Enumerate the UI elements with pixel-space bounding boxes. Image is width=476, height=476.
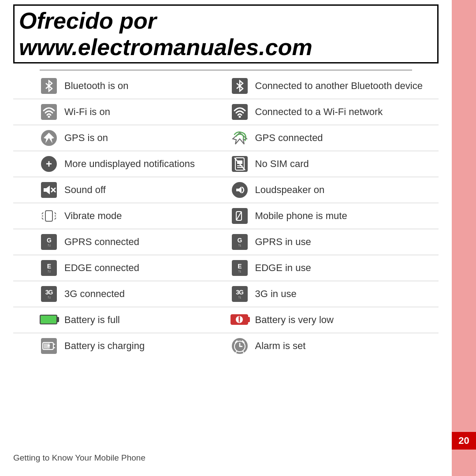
gprs-connected-icon: G ↑↓ (40, 233, 58, 251)
right-cell: Mobile phone is mute (226, 207, 439, 225)
left-cell: Vibrate mode (13, 207, 226, 225)
left-cell: 3G ↑↓ 3G connected (13, 285, 226, 303)
left-cell: G ↑↓ GPRS connected (13, 233, 226, 251)
battery-charging-icon (40, 337, 58, 355)
table-row: 3G ↑↓ 3G connected 3G ↑↓ 3G i (13, 281, 439, 307)
3g-in-use-icon: 3G ↑↓ (231, 285, 249, 303)
right-cell: G ↑↓ GPRS in use (226, 233, 439, 251)
edge-connected-label: EDGE connected (64, 262, 139, 274)
wifi-on-icon (40, 103, 58, 121)
pink-sidebar (452, 0, 476, 476)
icon-table: Bluetooth is on Connected to another Blu… (13, 73, 439, 359)
sound-off-label: Sound off (64, 184, 106, 196)
battery-full-icon (40, 311, 58, 329)
right-cell: Loudspeaker on (226, 181, 439, 199)
right-cell: No SIM card (226, 155, 439, 173)
table-row: GPS is on GPS connected (13, 125, 439, 151)
gps-on-label: GPS is on (64, 132, 108, 144)
3g-in-use-label: 3G in use (255, 288, 297, 300)
svg-line-18 (55, 218, 56, 219)
left-cell: GPS is on (13, 129, 226, 147)
bluetooth-on-label: Bluetooth is on (64, 80, 129, 92)
svg-line-6 (234, 158, 245, 170)
battery-low-label: Battery is very low (255, 314, 334, 326)
3g-connected-icon: 3G ↑↓ (40, 285, 58, 303)
table-row: Battery is charging (13, 333, 439, 359)
battery-low-icon (231, 311, 249, 329)
right-cell: GPS connected (226, 129, 439, 147)
main-content: Ofrecido por www.electromanuales.com Blu… (0, 0, 452, 476)
phone-mute-label: Mobile phone is mute (255, 210, 347, 222)
3g-connected-label: 3G connected (64, 288, 125, 300)
phone-mute-icon (231, 207, 249, 225)
edge-in-use-icon: E ↑↓ (231, 259, 249, 277)
alarm-set-icon (231, 337, 249, 355)
more-notifications-label: More undisplayed notifications (64, 158, 195, 170)
main-divider (40, 70, 412, 71)
table-row: E ↑↓ EDGE connected E ↑↓ EDGE (13, 255, 439, 281)
page-number: 20 (452, 432, 476, 450)
left-cell: Battery is charging (13, 337, 226, 355)
left-cell: Sound off (13, 181, 226, 199)
gprs-in-use-label: GPRS in use (255, 236, 311, 248)
left-cell: Battery is full (13, 311, 226, 329)
vibrate-mode-label: Vibrate mode (64, 210, 122, 222)
table-row: G ↑↓ GPRS connected G ↑↓ GPRS (13, 229, 439, 255)
left-cell: Wi-Fi is on (13, 103, 226, 121)
bluetooth-connected-icon (231, 77, 249, 95)
right-cell: Battery is very low (226, 311, 439, 329)
right-cell: Connected to a Wi-Fi network (226, 103, 439, 121)
loudspeaker-on-icon (231, 181, 249, 199)
loudspeaker-on-label: Loudspeaker on (255, 184, 325, 196)
svg-point-1 (238, 116, 241, 118)
bluetooth-connected-label: Connected to another Bluetooth device (255, 80, 423, 92)
gps-connected-label: GPS connected (255, 132, 323, 144)
wifi-on-label: Wi-Fi is on (64, 106, 110, 118)
gps-on-icon (40, 129, 58, 147)
right-cell: E ↑↓ EDGE in use (226, 259, 439, 277)
svg-line-16 (55, 212, 56, 214)
battery-charging-label: Battery is charging (64, 340, 145, 352)
wifi-connected-icon (231, 103, 249, 121)
svg-rect-12 (45, 211, 52, 221)
gps-connected-icon (231, 129, 249, 147)
table-row: Battery is full Ba (13, 307, 439, 333)
table-row: Wi-Fi is on Connected to a Wi-Fi network (13, 99, 439, 125)
table-row: Vibrate mode Mobile phone is mute (13, 203, 439, 229)
right-cell: Alarm is set (226, 337, 439, 355)
table-row: Sound off Loudspeaker on (13, 177, 439, 203)
svg-line-35 (236, 351, 237, 353)
more-notifications-icon: + (40, 155, 58, 173)
table-row: + More undisplayed notifications (13, 151, 439, 177)
header-title: Ofrecido por www.electromanuales.com (19, 8, 312, 60)
footer-label: Getting to Know Your Mobile Phone (13, 453, 145, 463)
alarm-set-label: Alarm is set (255, 340, 306, 352)
svg-line-13 (42, 212, 43, 214)
header-box: Ofrecido por www.electromanuales.com (13, 4, 439, 63)
left-cell: Bluetooth is on (13, 77, 226, 95)
svg-line-15 (42, 218, 43, 219)
no-sim-icon (231, 155, 249, 173)
right-cell: Connected to another Bluetooth device (226, 77, 439, 95)
left-cell: + More undisplayed notifications (13, 155, 226, 173)
battery-full-label: Battery is full (64, 314, 120, 326)
table-row: Bluetooth is on Connected to another Blu… (13, 73, 439, 99)
no-sim-label: No SIM card (255, 158, 309, 170)
gprs-connected-label: GPRS connected (64, 236, 139, 248)
bluetooth-on-icon (40, 77, 58, 95)
gprs-in-use-icon: G ↑↓ (231, 233, 249, 251)
vibrate-mode-icon (40, 207, 58, 225)
svg-point-0 (48, 116, 50, 118)
svg-line-36 (243, 351, 244, 353)
svg-marker-7 (44, 186, 50, 194)
sound-off-icon (40, 181, 58, 199)
svg-point-24 (238, 321, 240, 323)
edge-connected-icon: E ↑↓ (40, 259, 58, 277)
wifi-connected-label: Connected to a Wi-Fi network (255, 106, 383, 118)
right-cell: 3G ↑↓ 3G in use (226, 285, 439, 303)
edge-in-use-label: EDGE in use (255, 262, 311, 274)
left-cell: E ↑↓ EDGE connected (13, 259, 226, 277)
